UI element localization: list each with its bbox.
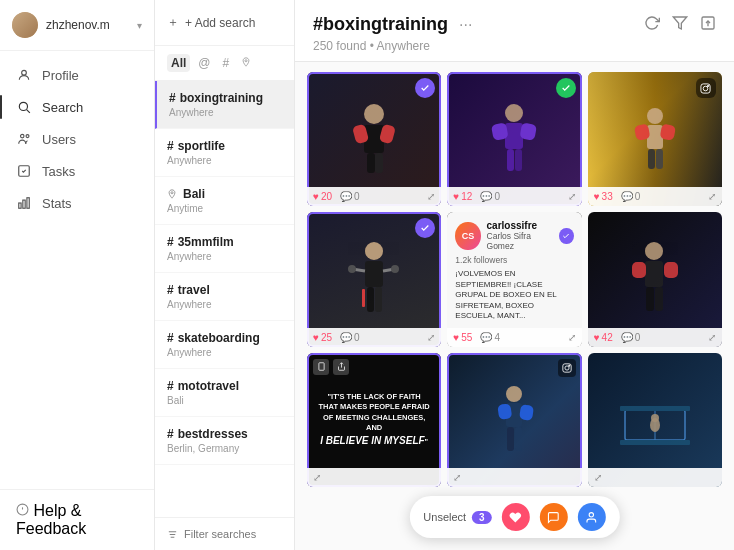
search-item-title: #sportlife [167, 139, 282, 153]
grid-item[interactable]: "IT'S THE LACK OF FAITH THAT MAKES PEOPL… [307, 353, 441, 487]
add-search-button[interactable]: ＋ + Add search [167, 10, 282, 35]
comment-action-button[interactable] [540, 503, 568, 531]
item-stats: ♥ 33 💬 0 ⤢ [588, 187, 722, 206]
item-stats: ♥ 42 💬 0 ⤢ [588, 328, 722, 347]
grid-item[interactable]: ♥ 20 💬 0 ⤢ [307, 72, 441, 206]
verified-badge [559, 228, 573, 244]
filter-searches-button[interactable]: Filter searches [155, 517, 294, 550]
grid-item[interactable]: ♥ 25 💬 0 ⤢ [307, 212, 441, 346]
item-stats: ♥ 12 💬 0 ⤢ [447, 187, 581, 206]
sidebar-item-profile-label: Profile [42, 68, 79, 83]
svg-point-73 [590, 512, 594, 516]
svg-point-32 [647, 108, 663, 124]
sidebar-footer[interactable]: Help & Feedback [0, 489, 154, 550]
svg-rect-7 [23, 200, 25, 208]
profile-overlay-card: CS carlossifre Carlos Sifra Gomez 1.2k f… [447, 212, 581, 346]
search-item-title: #travel [167, 283, 282, 297]
grid-wrap: ♥ 20 💬 0 ⤢ [295, 62, 734, 550]
bottom-action-bar: Unselect 3 [409, 496, 619, 538]
instagram-badge [696, 78, 716, 98]
selected-badge-purple [415, 218, 435, 238]
svg-rect-47 [367, 287, 374, 312]
expand-icon[interactable]: ⤢ [427, 332, 435, 343]
likes-count: ♥ 12 [453, 191, 472, 202]
grid-item[interactable]: ⤢ [447, 353, 581, 487]
svg-rect-54 [646, 287, 654, 311]
svg-point-72 [651, 414, 659, 422]
unselect-label: Unselect [423, 511, 466, 523]
list-item[interactable]: #boxingtraining Anywhere [155, 81, 294, 129]
expand-icon[interactable]: ⤢ [568, 332, 576, 343]
svg-rect-49 [362, 289, 365, 307]
chevron-down-icon[interactable]: ▾ [137, 20, 142, 31]
username-label: zhzhenov.m [46, 18, 129, 32]
svg-rect-66 [515, 427, 522, 451]
list-item[interactable]: #mototravel Bali [155, 369, 294, 417]
list-item[interactable]: #bestdresses Berlin, Germany [155, 417, 294, 465]
export-icon[interactable] [700, 15, 716, 35]
item-stats: ⤢ [307, 468, 441, 487]
svg-rect-52 [632, 262, 646, 278]
main-subtitle: 250 found • Anywhere [313, 39, 716, 53]
likes-count: ♥ 25 [313, 332, 332, 343]
sidebar: zhzhenov.m ▾ Profile Search Users Tasks [0, 0, 155, 550]
selected-badge-purple [415, 78, 435, 98]
expand-icon[interactable]: ⤢ [568, 191, 576, 202]
svg-rect-31 [515, 149, 522, 171]
unselect-button[interactable]: Unselect 3 [423, 511, 491, 524]
grid-item[interactable]: ♥ 12 💬 0 ⤢ [447, 72, 581, 206]
svg-rect-33 [647, 125, 663, 149]
plus-icon: ＋ [167, 14, 179, 31]
expand-icon[interactable]: ⤢ [313, 472, 321, 483]
expand-icon[interactable]: ⤢ [708, 191, 716, 202]
search-item-sub: Berlin, Germany [167, 443, 282, 454]
sidebar-item-users[interactable]: Users [0, 123, 154, 155]
svg-rect-30 [507, 149, 514, 171]
search-item-sub: Anywhere [167, 299, 282, 310]
svg-rect-8 [27, 198, 29, 209]
list-item[interactable]: #sportlife Anywhere [155, 129, 294, 177]
expand-icon[interactable]: ⤢ [453, 472, 461, 483]
more-options-icon[interactable]: ··· [459, 16, 472, 33]
svg-rect-27 [505, 123, 523, 149]
sidebar-item-profile[interactable]: Profile [0, 59, 154, 91]
grid-item[interactable]: CS carlossifre Carlos Sifra Gomez 1.2k f… [447, 212, 581, 346]
like-action-button[interactable] [502, 503, 530, 531]
grid-item[interactable]: ♥ 42 💬 0 ⤢ [588, 212, 722, 346]
overlay-name: Carlos Sifra Gomez [487, 231, 554, 251]
tab-hashtag[interactable]: # [219, 54, 234, 72]
sidebar-header: zhzhenov.m ▾ [0, 0, 154, 51]
svg-rect-36 [648, 149, 655, 169]
svg-point-40 [708, 85, 709, 86]
list-item[interactable]: Bali Anytime [155, 177, 294, 225]
svg-point-60 [568, 365, 569, 366]
item-stats: ♥ 20 💬 0 ⤢ [307, 187, 441, 206]
search-icon [16, 99, 32, 115]
expand-icon[interactable]: ⤢ [427, 191, 435, 202]
tab-all[interactable]: All [167, 54, 190, 72]
sidebar-item-stats[interactable]: Stats [0, 187, 154, 219]
grid-item[interactable]: ♥ 33 💬 0 ⤢ [588, 72, 722, 206]
svg-point-59 [565, 366, 569, 370]
sidebar-item-search[interactable]: Search [0, 91, 154, 123]
overlay-handle: carlossifre [487, 220, 554, 231]
list-item[interactable]: #skateboarding Anywhere [155, 321, 294, 369]
main-header: #boxingtraining ··· 250 found • Anywhere [295, 0, 734, 62]
search-panel-header: ＋ + Add search [155, 0, 294, 46]
svg-rect-37 [656, 149, 663, 169]
list-item[interactable]: #travel Anywhere [155, 273, 294, 321]
expand-icon[interactable]: ⤢ [708, 332, 716, 343]
tab-mention[interactable]: @ [194, 54, 214, 72]
svg-rect-24 [367, 153, 375, 173]
expand-icon[interactable]: ⤢ [594, 472, 602, 483]
refresh-icon[interactable] [644, 15, 660, 35]
comments-count: 💬 0 [340, 332, 360, 343]
list-item[interactable]: #35mmfilm Anywhere [155, 225, 294, 273]
overlay-text: ¡VOLVEMOS EN SEPTIEMBRE!! ¡CLASE GRUPAL … [455, 269, 573, 321]
tag-action-button[interactable] [578, 503, 606, 531]
grid-item[interactable]: ⤢ [588, 353, 722, 487]
selected-badge-green [556, 78, 576, 98]
sidebar-item-tasks[interactable]: Tasks [0, 155, 154, 187]
filter-icon[interactable] [672, 15, 688, 35]
tab-location[interactable] [237, 54, 255, 72]
